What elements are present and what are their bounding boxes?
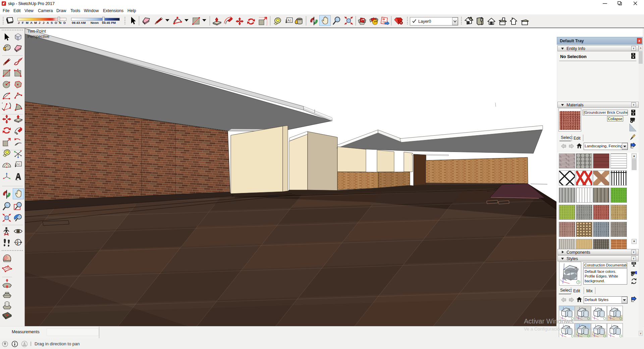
svg-text:A1: A1 xyxy=(287,18,291,22)
svg-text:A1: A1 xyxy=(17,162,20,166)
svg-text:R: R xyxy=(17,243,18,245)
svg-text:C: C xyxy=(17,240,18,242)
